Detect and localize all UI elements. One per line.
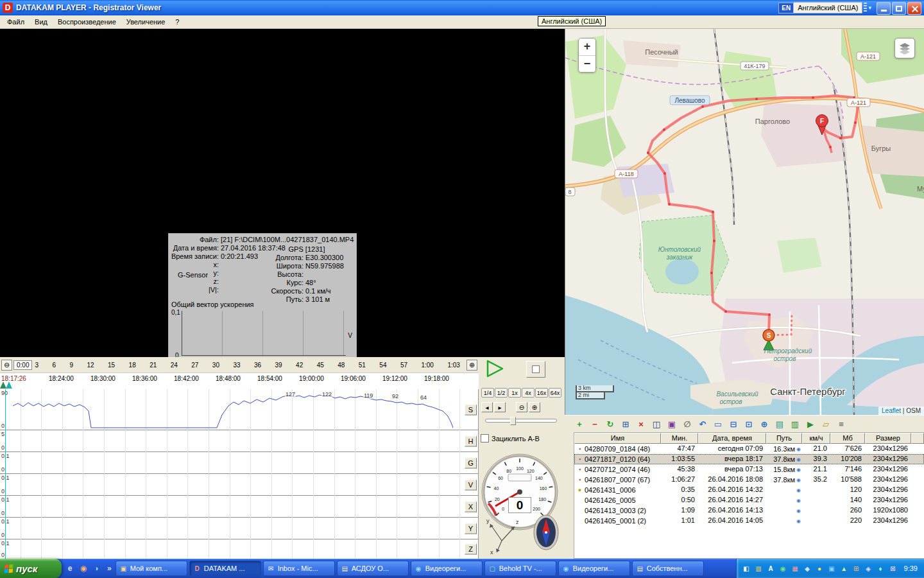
file-row[interactable]: 04261405_0001 (2) 1:01 26.04.2016 14:05 … [574, 516, 924, 526]
toolbar-icon[interactable]: ≡ [834, 417, 848, 431]
taskbar-task-button[interactable]: ▤ Собственн... [632, 561, 704, 576]
prev-button[interactable]: ◂ [481, 402, 493, 412]
toolbar-icon[interactable]: ▣ [665, 417, 679, 431]
tray-icon[interactable]: ◧ [742, 564, 751, 574]
toolbar-icon[interactable]: × [634, 417, 648, 431]
speed-button[interactable]: 64x [549, 388, 561, 398]
tray-icon[interactable]: ◈ [864, 564, 873, 574]
menu-item[interactable]: Воспроизведение [53, 17, 121, 27]
tray-icon[interactable]: ⊠ [888, 564, 898, 574]
tray-icon[interactable]: ⊞ [851, 564, 861, 574]
toolbar-icon[interactable]: + [572, 417, 586, 431]
chevron-down-icon[interactable]: ▾ [868, 4, 871, 11]
menu-item[interactable]: Увеличение [121, 17, 171, 27]
toolbar-icon[interactable]: ▶ [803, 417, 817, 431]
language-bar[interactable]: EN Английский (США) ▾ [778, 1, 871, 14]
charts-panel[interactable]: 90 0 S 5 0 H 0,1 0 G 0,1 [0, 389, 479, 559]
map-layers-button[interactable] [894, 38, 915, 58]
position-slider[interactable] [485, 419, 557, 423]
column-header[interactable]: км/ч [802, 433, 830, 444]
title-bar[interactable]: D DATAKAM PLAYER - Registrator Viewer EN… [0, 0, 924, 15]
column-header[interactable]: Дата, время [698, 433, 766, 444]
tray-icon[interactable]: ▣ [827, 564, 837, 574]
speed-button[interactable]: 16x [535, 388, 548, 398]
file-row[interactable]: 04261426_0005 0:50 26.04.2016 14:27 140 … [574, 495, 924, 505]
menu-item[interactable]: Файл [2, 17, 30, 27]
stop-button[interactable] [526, 361, 545, 378]
restore-button[interactable] [892, 2, 906, 15]
toolbar-icon[interactable]: ⊞ [619, 417, 633, 431]
taskbar-task-button[interactable]: ▤ АСДОУ О... [337, 561, 409, 576]
toolbar-icon[interactable]: ⊟ [726, 417, 740, 431]
close-button[interactable] [907, 2, 921, 15]
speed-button[interactable]: 1/4 [481, 388, 494, 398]
position-marker-b[interactable] [6, 381, 12, 389]
taskbar-clock[interactable]: 9:39 [904, 565, 918, 572]
timeline-scrubber[interactable]: ⊖ 0:00 369121518212427303336394245485154… [0, 357, 479, 372]
timeline-zoom-out-icon[interactable]: ⊖ [1, 360, 12, 371]
column-header[interactable]: Путь [766, 433, 802, 444]
tray-icon[interactable]: ◆ [803, 564, 812, 574]
language-grip-icon[interactable] [864, 3, 867, 13]
file-row[interactable]: 04280709_0184 (48) 47:47 сегодня 07:09 1… [574, 444, 924, 454]
menu-item[interactable]: Вид [30, 17, 53, 27]
tray-icon[interactable]: ♦ [876, 564, 886, 574]
slider-thumb[interactable] [510, 417, 516, 425]
toolbar-icon[interactable]: ∅ [680, 417, 694, 431]
toolbar-icon[interactable]: ▭ [711, 417, 725, 431]
map-panel[interactable]: S F 41К-179 А-121 А-121 А-118 8 Песочный… [565, 29, 924, 415]
taskbar-task-button[interactable]: ▢ Behold TV -... [484, 561, 556, 576]
chart-zoom-out-button[interactable]: ⊖ [516, 402, 527, 412]
column-header[interactable]: Мб [830, 433, 865, 444]
toolbar-icon[interactable]: ◫ [649, 417, 663, 431]
next-button[interactable]: ▸ [494, 402, 506, 412]
start-button[interactable]: пуск [0, 559, 62, 578]
toolbar-icon[interactable]: ▤ [773, 417, 787, 431]
file-row[interactable]: 04261807_0007 (67) 1:06:27 26.04.2016 18… [574, 475, 924, 485]
column-header[interactable]: Мин. [661, 433, 698, 444]
speed-button[interactable]: 4x [522, 388, 535, 398]
quick-launch-icon[interactable]: e [64, 563, 76, 574]
ab-marker-line[interactable] [5, 389, 6, 559]
speed-button[interactable]: 1x [508, 388, 521, 398]
menu-item[interactable]: ? [170, 17, 184, 27]
toolbar-icon[interactable]: ⊕ [757, 417, 771, 431]
taskbar-task-button[interactable]: ✉ Inbox - Mic... [263, 561, 335, 576]
file-row[interactable]: 04261413_0003 (2) 1:09 26.04.2016 14:13 … [574, 505, 924, 516]
video-area[interactable]: Файл:[21] F:\DCIM\100M...04271837_0140.M… [0, 29, 565, 357]
toolbar-icon[interactable]: − [588, 417, 602, 431]
loop-ab-checkbox[interactable]: Зациклить A-B [481, 434, 540, 442]
tray-icon[interactable]: ▲ [839, 564, 849, 574]
taskbar-task-button[interactable]: ◉ Видеореги... [411, 561, 483, 576]
speed-button[interactable]: 1/2 [495, 388, 508, 398]
taskbar-task-button[interactable]: D DATAKAM ... [189, 561, 261, 576]
play-button[interactable] [484, 360, 507, 379]
toolbar-icon[interactable]: ⊡ [742, 417, 756, 431]
osm-link[interactable]: OSM [906, 407, 921, 414]
leaflet-link[interactable]: Leaflet [882, 407, 901, 414]
tray-icon[interactable]: ◉ [778, 564, 788, 574]
toolbar-icon[interactable]: ▥ [788, 417, 802, 431]
language-badge[interactable]: EN [778, 3, 794, 13]
tray-icon[interactable]: ● [815, 564, 825, 574]
tray-icon[interactable]: A [766, 564, 776, 574]
language-label[interactable]: Английский (США) [794, 2, 862, 13]
chart-zoom-in-button[interactable]: ⊕ [529, 402, 540, 412]
map-zoom-out-button[interactable]: − [579, 55, 595, 72]
timeline-zoom-in-icon[interactable]: ⊕ [466, 360, 477, 371]
column-header[interactable]: Имя [574, 433, 661, 444]
toolbar-icon[interactable]: ↻ [603, 417, 617, 431]
file-row[interactable]: 04270712_0074 (46) 45:38 вчера 07:13 15.… [574, 464, 924, 475]
tray-icon[interactable]: ▦ [791, 564, 800, 574]
quick-launch-icon[interactable]: ◉ [78, 563, 89, 574]
taskbar-task-button[interactable]: ◉ Видеореги... [558, 561, 630, 576]
quick-launch-overflow-icon[interactable]: » [105, 564, 114, 573]
minimize-button[interactable] [877, 2, 891, 15]
taskbar-task-button[interactable]: ▣ Мой комп... [116, 561, 187, 576]
tray-icon[interactable]: ▥ [754, 564, 764, 574]
quick-launch-icon[interactable]: ◗ [91, 563, 103, 574]
toolbar-icon[interactable]: ▱ [819, 417, 833, 431]
map-zoom-in-button[interactable]: + [579, 39, 595, 55]
toolbar-icon[interactable]: ↶ [696, 417, 710, 431]
column-header[interactable]: Размер [865, 433, 911, 444]
